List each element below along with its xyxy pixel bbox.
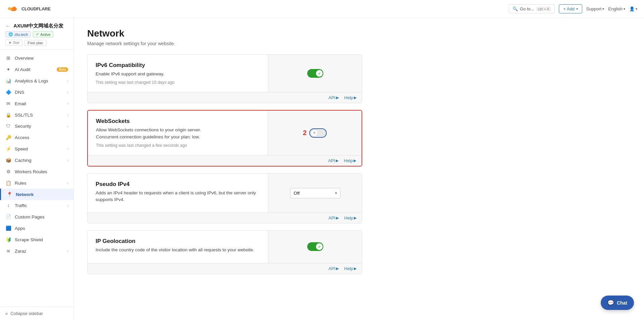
chevron-down-icon: › [67, 79, 68, 83]
card-info-pseudo-ipv4: Pseudo IPv4Adds an IPv4 header to reques… [88, 174, 268, 213]
network-icon: 📍 [6, 192, 12, 197]
sidebar-item-label-caching: Caching [15, 158, 63, 163]
back-button[interactable]: ← [5, 23, 11, 29]
cards-container: IPv6 CompatibilityEnable IPv6 support an… [87, 54, 362, 274]
card-control-websockets: 2✕ [268, 111, 362, 155]
card-footer-websockets: API ▶Help ▶ [88, 155, 362, 166]
access-icon: 🔑 [5, 135, 11, 140]
traffic-icon: ↕ [5, 203, 11, 208]
sidebar: ← AXUM中文网域名分发 🌐 zliu.tech ✓ Active ★ Sta… [0, 18, 74, 320]
card-body-ipv6: IPv6 CompatibilityEnable IPv6 support an… [88, 55, 362, 92]
sidebar-item-ssl-tls[interactable]: 🔒SSL/TLS› [0, 109, 73, 121]
card-info-websockets: WebSocketsAllow WebSockets connections t… [88, 111, 268, 155]
sidebar-item-ai-audit[interactable]: ✦AI AuditBeta [0, 64, 73, 75]
ssl-tls-icon: 🔒 [5, 112, 11, 118]
ai-audit-icon: ✦ [5, 67, 11, 72]
chevron-down-icon: › [67, 90, 68, 94]
api-link-pseudo-ipv4[interactable]: API ▶ [328, 215, 339, 220]
select-pseudo-ipv4[interactable]: OffAdd HeaderOverwrite Header [290, 188, 340, 198]
sidebar-item-email[interactable]: ✉Email› [0, 98, 73, 109]
sidebar-item-analytics[interactable]: 📊Analytics & Logs› [0, 75, 73, 86]
sidebar-item-traffic[interactable]: ↕Traffic› [0, 200, 73, 211]
card-pseudo-ipv4: Pseudo IPv4Adds an IPv4 header to reques… [87, 173, 362, 224]
chevron-down-icon: › [67, 158, 68, 162]
toggle-websockets[interactable]: ✕ [309, 128, 327, 138]
topbar-right: 🔍 Go to... ctrl + K + Add ▾ Support ▾ En… [509, 4, 637, 13]
overview-icon: ⊞ [5, 55, 11, 61]
sidebar-item-zaraz[interactable]: ≋Zaraz› [0, 245, 73, 257]
sidebar-item-apps[interactable]: 🟦Apps [0, 222, 73, 234]
support-link[interactable]: Support ▾ [586, 6, 604, 11]
card-title-pseudo-ipv4: Pseudo IPv4 [96, 181, 260, 188]
help-link-ipv6[interactable]: Help ▶ [344, 95, 357, 100]
workers-routes-icon: ⚙ [5, 169, 11, 174]
sidebar-item-access[interactable]: 🔑Access [0, 132, 73, 143]
chevron-down-icon: › [67, 102, 68, 106]
collapse-label: Collapse sidebar [10, 311, 43, 316]
sidebar-item-rules[interactable]: 📋Rules› [0, 177, 73, 189]
goto-button[interactable]: 🔍 Go to... ctrl + K [509, 4, 555, 13]
card-title-ip-geolocation: IP Geolocation [96, 238, 260, 245]
card-footer-ipv6: API ▶Help ▶ [88, 92, 362, 103]
help-link-pseudo-ipv4[interactable]: Help ▶ [344, 215, 357, 220]
user-menu[interactable]: 👤 ▾ [629, 6, 637, 11]
chevron-down-icon: ▾ [602, 7, 604, 11]
language-selector[interactable]: English ▾ [608, 6, 625, 11]
user-icon: 👤 [629, 6, 635, 11]
api-link-ipv6[interactable]: API ▶ [328, 95, 339, 100]
dns-icon: 🔷 [5, 89, 11, 95]
card-footer-ip-geolocation: API ▶Help ▶ [88, 263, 362, 274]
sidebar-item-workers-routes[interactable]: ⚙Workers Routes [0, 166, 73, 177]
sidebar-item-security[interactable]: 🛡Security› [0, 121, 73, 132]
sidebar-item-label-ai-audit: AI Audit [15, 67, 53, 72]
check-icon: ✓ [36, 32, 39, 37]
sidebar-item-overview[interactable]: ⊞Overview [0, 52, 73, 64]
sidebar-item-dns[interactable]: 🔷DNS› [0, 86, 73, 98]
site-row: ← AXUM中文网域名分发 [5, 23, 68, 29]
help-link-websockets[interactable]: Help ▶ [344, 158, 356, 163]
chevron-down-icon: › [67, 113, 68, 117]
api-link-websockets[interactable]: API ▶ [328, 158, 338, 163]
nav-items: ⊞Overview✦AI AuditBeta📊Analytics & Logs›… [0, 50, 73, 307]
site-name: AXUM中文网域名分发 [13, 23, 63, 29]
toggle-ipv6[interactable]: ✓ [307, 69, 323, 78]
domain-tag[interactable]: 🌐 zliu.tech [5, 31, 31, 38]
chevron-down-icon: › [67, 181, 68, 185]
card-title-ipv6: IPv6 Compatibility [96, 62, 260, 69]
star-tag[interactable]: ★ Star [5, 40, 22, 46]
step-number: 2 [303, 129, 307, 137]
card-body-pseudo-ipv4: Pseudo IPv4Adds an IPv4 header to reques… [88, 174, 362, 213]
email-icon: ✉ [5, 101, 11, 106]
active-tag: ✓ Active [33, 31, 53, 38]
topbar: CLOUDFLARE 🔍 Go to... ctrl + K + Add ▾ S… [0, 0, 644, 18]
api-link-ip-geolocation[interactable]: API ▶ [328, 266, 339, 271]
sidebar-item-custom-pages[interactable]: 📄Custom Pages [0, 211, 73, 222]
card-body-ip-geolocation: IP GeolocationInclude the country code o… [88, 231, 362, 263]
sidebar-item-network[interactable]: 📍Network [0, 189, 73, 200]
sidebar-item-label-security: Security [15, 124, 63, 129]
logo-area: CLOUDFLARE [7, 4, 51, 14]
toggle-ip-geolocation[interactable]: ✓ [307, 242, 323, 251]
sidebar-item-label-rules: Rules [15, 181, 63, 186]
chat-label: Chat [617, 300, 627, 306]
page-title: Network [87, 28, 362, 39]
collapse-sidebar-button[interactable]: « Collapse sidebar [5, 311, 68, 316]
help-link-ip-geolocation[interactable]: Help ▶ [344, 266, 357, 271]
add-button[interactable]: + Add ▾ [559, 4, 582, 13]
sidebar-item-speed[interactable]: ⚡Speed› [0, 143, 73, 154]
chevron-down-icon: › [67, 204, 68, 208]
card-info-ip-geolocation: IP GeolocationInclude the country code o… [88, 231, 268, 263]
sidebar-item-label-traffic: Traffic [15, 203, 63, 208]
chat-button[interactable]: 💬 Chat [601, 296, 634, 310]
app-body: ← AXUM中文网域名分发 🌐 zliu.tech ✓ Active ★ Sta… [0, 18, 644, 320]
card-websockets: WebSocketsAllow WebSockets connections t… [87, 110, 362, 167]
chat-icon: 💬 [607, 300, 614, 306]
sidebar-item-label-access: Access [15, 135, 68, 140]
sidebar-item-scrape-shield[interactable]: 🔰Scrape Shield [0, 234, 73, 245]
security-icon: 🛡 [5, 124, 11, 129]
sidebar-item-label-custom-pages: Custom Pages [15, 214, 68, 219]
sidebar-item-caching[interactable]: 📦Caching› [0, 154, 73, 166]
card-meta-websockets: This setting was last changed a few seco… [96, 143, 260, 148]
sidebar-item-label-overview: Overview [15, 56, 68, 61]
sidebar-item-label-ssl-tls: SSL/TLS [15, 113, 63, 118]
